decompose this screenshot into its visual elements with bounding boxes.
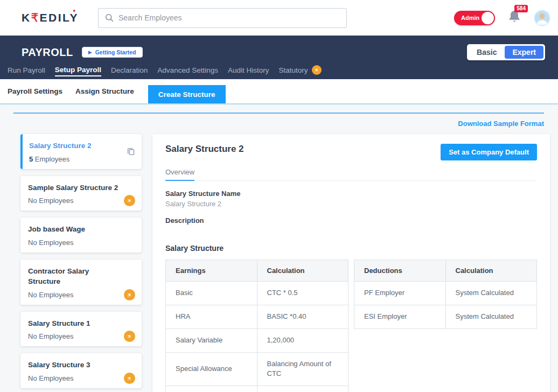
table-row: ESI EmployerSystem Calculated — [354, 305, 537, 328]
employee-count: No Employees — [28, 197, 120, 205]
mode-basic-button[interactable]: Basic — [469, 46, 505, 59]
send-plane-icon[interactable]: ✈ — [122, 286, 138, 303]
table-cell: Basic — [166, 282, 257, 305]
payroll-nav-run-payroll[interactable]: Run Payroll — [8, 66, 45, 76]
tab-payroll-settings[interactable]: Payroll Settings — [8, 87, 62, 95]
table-cell: HRA — [166, 305, 257, 328]
top-header: K₹EDILY Admin 584 — [0, 0, 558, 36]
employee-count: 5 Employees — [29, 155, 120, 163]
search-box[interactable] — [98, 8, 347, 28]
structure-name: Sample Salary Structure 2 — [28, 183, 120, 193]
header-row: DeductionsCalculation — [354, 260, 537, 282]
search-icon — [105, 13, 114, 22]
table-cell: ESI Employer — [354, 305, 446, 328]
column-header: Calculation — [257, 260, 348, 282]
table-row: Overtime0 — [166, 386, 348, 392]
structure-card-sample-salary-structure-2[interactable]: Sample Salary Structure 2No Employees✈ — [20, 176, 142, 211]
nav-label: Statutory — [278, 66, 308, 74]
logo-text: EDIL — [40, 11, 70, 24]
structure-card-salary-structure-3[interactable]: Salary Structure 3No Employees✈ — [20, 353, 142, 388]
payroll-band: PAYROLL ▶ Getting Started Basic Expert R… — [0, 36, 558, 79]
notifications-button[interactable]: 584 — [508, 10, 521, 26]
kredily-logo[interactable]: K₹EDILY — [22, 11, 79, 24]
structure-name: Salary Structure 1 — [28, 318, 120, 329]
table-row: HRABASIC *0.40 — [166, 305, 348, 328]
table-row: BasicCTC * 0.5 — [166, 282, 348, 305]
payroll-nav-setup-payroll[interactable]: Setup Payroll — [55, 66, 101, 76]
header-right: Admin 584 — [454, 10, 553, 26]
table-row: Special AllowanceBalancing Amount of CTC — [166, 352, 348, 386]
tab-overview[interactable]: Overview — [165, 168, 194, 181]
column-header: Deductions — [354, 260, 446, 282]
earnings-table: EarningsCalculationBasicCTC * 0.5HRABASI… — [165, 260, 348, 392]
payroll-nav-advanced-settings[interactable]: Advanced Settings — [157, 66, 218, 76]
admin-toggle[interactable]: Admin — [454, 11, 495, 25]
nav-label: Audit History — [228, 66, 269, 74]
payroll-nav: Run PayrollSetup PayrollDeclarationAdvan… — [0, 65, 558, 76]
structure-card-salary-structure-1[interactable]: Salary Structure 1No Employees✈ — [20, 312, 142, 347]
table-cell: PF Employer — [354, 282, 446, 305]
set-company-default-button[interactable]: Set as Company Default — [441, 144, 537, 160]
user-avatar[interactable] — [534, 10, 550, 26]
content-area: Download Sample Format Salary Structure … — [0, 104, 558, 392]
table-cell: Balancing Amount of CTC — [257, 352, 348, 386]
logo-text: Y — [69, 11, 79, 24]
mode-expert-button[interactable]: Expert — [505, 46, 543, 59]
getting-started-button[interactable]: ▶ Getting Started — [82, 47, 143, 58]
notification-count-badge: 584 — [514, 5, 528, 12]
send-plane-icon[interactable]: ✈ — [122, 328, 138, 345]
structure-card-job-based-wage[interactable]: Job based WageNo Employees — [20, 218, 142, 253]
structure-name: Job based Wage — [28, 224, 120, 235]
structure-name: Salary Structure 3 — [28, 360, 120, 370]
download-sample-format-link[interactable]: Download Sample Format — [458, 120, 544, 128]
payroll-nav-declaration[interactable]: Declaration — [111, 66, 148, 76]
description-label: Description — [165, 216, 537, 225]
payroll-nav-audit-history[interactable]: Audit History — [228, 66, 269, 76]
toggle-knob — [482, 12, 494, 24]
structure-tabs: Payroll SettingsAssign StructureCreate S… — [0, 79, 558, 104]
structure-list: Salary Structure 25 EmployeesSample Sala… — [20, 134, 142, 392]
table-cell: 1,20,000 — [257, 328, 348, 352]
structure-name-value: Salary Structure 2 — [165, 200, 537, 208]
tab-assign-structure[interactable]: Assign Structure — [75, 87, 134, 95]
send-plane-icon[interactable]: ✈ — [122, 370, 138, 387]
mode-toggle: Basic Expert — [467, 44, 545, 60]
copy-icon[interactable] — [127, 147, 135, 156]
payroll-nav-statutory[interactable]: Statutory✈ — [278, 65, 321, 76]
play-icon: ▶ — [88, 50, 92, 55]
employee-count: No Employees — [28, 332, 120, 340]
table-row: Salary Variable1,20,000 — [166, 328, 348, 352]
structure-card-contractor-salary-structure[interactable]: Contractor Salary StructureNo Employees✈ — [20, 260, 142, 305]
table-cell: BASIC *0.40 — [257, 305, 348, 328]
table-cell: Special Allowance — [166, 352, 257, 386]
deductions-table: DeductionsCalculationPF EmployerSystem C… — [354, 260, 537, 329]
send-plane-icon[interactable]: ✈ — [122, 193, 138, 209]
statutory-plane-icon: ✈ — [310, 63, 323, 76]
nav-label: Run Payroll — [8, 66, 45, 74]
structure-detail-panel: Salary Structure 2 Set as Company Defaul… — [152, 134, 550, 392]
table-cell: CTC * 0.5 — [257, 282, 348, 305]
search-input[interactable] — [118, 13, 340, 22]
employee-count: No Employees — [28, 291, 120, 299]
structure-name: Contractor Salary Structure — [28, 266, 120, 287]
getting-started-label: Getting Started — [95, 49, 136, 55]
tab-create-structure[interactable]: Create Structure — [148, 85, 226, 103]
nav-label: Setup Payroll — [55, 66, 101, 74]
structure-name-label: Salary Structure Name — [165, 190, 537, 198]
table-row: PF EmployerSystem Calculated — [354, 282, 537, 305]
column-header: Calculation — [445, 260, 537, 282]
nav-label: Advanced Settings — [157, 66, 218, 74]
employee-count: No Employees — [28, 374, 120, 382]
page-title: PAYROLL — [22, 46, 73, 59]
salary-structure-section-title: Salary Structure — [165, 244, 537, 253]
person-icon — [535, 11, 549, 25]
table-cell: 0 — [257, 386, 348, 392]
table-cell: Salary Variable — [166, 328, 257, 352]
structure-name: Salary Structure 2 — [29, 141, 120, 151]
employee-count: No Employees — [28, 239, 120, 247]
nav-label: Declaration — [111, 66, 148, 74]
table-cell: System Calculated — [445, 282, 537, 305]
table-cell: Overtime — [166, 386, 257, 392]
structure-card-salary-structure-2[interactable]: Salary Structure 25 Employees — [20, 134, 142, 169]
column-header: Earnings — [166, 260, 257, 282]
